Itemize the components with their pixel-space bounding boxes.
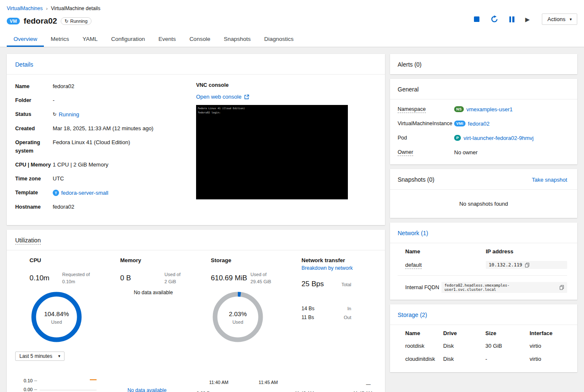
snapshots-card-title: Snapshots (0) xyxy=(398,176,434,183)
memory-title: Memory xyxy=(120,257,186,263)
vm-status-badge[interactable]: ↻ Running xyxy=(61,17,91,25)
right-column: Alerts (0) General Namespace NS vmexampl… xyxy=(390,54,577,372)
storage-donut-chart: 2.03% Used xyxy=(211,290,264,345)
storage-sparkline-chart: 11:40 AM 11:45 AM 0.00 B xyxy=(196,380,279,392)
network-table: Name IP address default 10.132.2.119 xyxy=(390,243,577,300)
general-row-vmi: VirtualMachineInstance VMI fedora02 xyxy=(398,120,567,127)
copy-icon xyxy=(560,285,564,290)
disk-interface: virtio xyxy=(530,343,567,349)
copy-ip-button[interactable] xyxy=(525,263,530,268)
disk-name: cloudinitdisk xyxy=(405,356,443,362)
network-out-label: Out xyxy=(344,315,351,320)
copy-fqdn-button[interactable] xyxy=(560,285,564,290)
template-link[interactable]: T fedora-server-small xyxy=(53,189,108,197)
tab-overview[interactable]: Overview xyxy=(7,32,44,47)
detail-label: Name xyxy=(15,82,53,91)
namespace-link[interactable]: vmexamples-user1 xyxy=(466,106,513,113)
sync-icon: ↻ xyxy=(53,112,57,117)
vmi-link[interactable]: fedora02 xyxy=(468,121,490,127)
caret-down-icon: ▾ xyxy=(570,17,572,21)
disk-drive: Disk xyxy=(443,343,485,349)
external-link-icon xyxy=(244,94,249,99)
breakdown-by-network-link[interactable]: Breakdown by network xyxy=(301,265,353,271)
pause-vm-button[interactable] xyxy=(504,14,520,24)
breadcrumb-current: VirtualMachine details xyxy=(51,5,100,11)
play-vm-button[interactable]: ▶ xyxy=(520,14,536,24)
network-chart-xend: 11:45 AM xyxy=(353,391,372,392)
open-web-console-link[interactable]: Open web console xyxy=(196,94,249,100)
restart-vm-button[interactable] xyxy=(485,14,504,24)
tab-events[interactable]: Events xyxy=(152,32,183,47)
detail-row-template: Template T fedora-server-small xyxy=(15,188,196,197)
storage-chart-xend: 11:45 AM xyxy=(258,380,278,385)
general-card-title: General xyxy=(398,86,419,93)
details-card: Details Name fedora02 Folder - Status xyxy=(7,54,385,225)
console-text-line: Fedora Linux 41 (Cloud Edition) xyxy=(198,106,346,110)
tab-metrics[interactable]: Metrics xyxy=(44,32,76,47)
disk-name: rootdisk xyxy=(405,343,443,349)
alerts-card: Alerts (0) xyxy=(390,54,577,74)
network-col-ip: IP address xyxy=(486,248,567,255)
details-card-title-link[interactable]: Details xyxy=(15,61,33,68)
disk-size: - xyxy=(485,356,530,362)
vm-status-link[interactable]: ↻ Running xyxy=(53,110,79,119)
storage-value: 610.69 MiB xyxy=(211,274,247,282)
restart-icon xyxy=(490,15,498,23)
detail-label: Time zone xyxy=(15,175,53,183)
vmi-kind-badge: VMI xyxy=(454,121,466,126)
page-masthead: VirtualMachines › VirtualMachine details… xyxy=(0,0,584,32)
general-row-owner: Owner No owner xyxy=(398,148,567,156)
network-name-value[interactable]: default xyxy=(405,262,422,269)
storage-chart-xstart: 11:40 AM xyxy=(209,380,229,385)
detail-row-name: Name fedora02 xyxy=(15,82,196,91)
tab-snapshots[interactable]: Snapshots xyxy=(217,32,258,47)
details-body: Name fedora02 Folder - Status ↻ Running xyxy=(7,75,385,225)
snapshots-empty-state: No snapshots found xyxy=(390,190,577,218)
tab-console[interactable]: Console xyxy=(183,32,217,47)
pod-kind-badge: P xyxy=(454,135,461,141)
stop-vm-button[interactable] xyxy=(468,14,485,24)
detail-value: UTC xyxy=(53,175,64,183)
owner-value: No owner xyxy=(454,149,478,156)
network-card-title-link[interactable]: Network (1) xyxy=(398,230,428,236)
vm-kind-badge: VM xyxy=(7,18,20,24)
storage-title: Storage xyxy=(211,257,277,263)
memory-used-of: Used of 2 GiB xyxy=(164,271,186,285)
storage-donut-percent: 2.03% xyxy=(229,310,247,317)
alerts-card-title[interactable]: Alerts (0) xyxy=(398,61,422,68)
storage-card-title-link[interactable]: Storage (2) xyxy=(398,311,427,318)
vnc-console-title: VNC console xyxy=(196,82,348,88)
owner-label[interactable]: Owner xyxy=(398,149,413,156)
vnc-console-preview[interactable]: Fedora Linux 41 (Cloud Edition) fedora02… xyxy=(196,105,348,199)
detail-label: Hostname xyxy=(15,203,53,211)
detail-row-timezone: Time zone UTC xyxy=(15,175,196,183)
network-chart-xstart: 11:40 AM xyxy=(295,391,314,392)
storage-utilization-column: Storage 610.69 MiB Used of 29.45 GiB xyxy=(196,257,287,392)
tab-yaml[interactable]: YAML xyxy=(76,32,105,47)
storage-table: Name Drive Size Interface rootdisk Disk … xyxy=(390,325,577,372)
network-transfer-title: Network transfer xyxy=(301,257,371,263)
namespace-label[interactable]: Namespace xyxy=(398,106,426,113)
tab-configuration[interactable]: Configuration xyxy=(105,32,152,47)
detail-row-cpu-memory: CPU | Memory 1 CPU | 2 GiB Memory xyxy=(15,161,196,169)
storage-row-rootdisk: rootdisk Disk 30 GiB virtio xyxy=(405,343,567,349)
storage-row-cloudinitdisk: cloudinitdisk Disk - virtio xyxy=(405,356,567,362)
time-range-dropdown[interactable]: Last 5 minutes ▾ xyxy=(15,352,65,361)
pod-link[interactable]: virt-launcher-fedora02-9hmvj xyxy=(463,135,533,141)
breadcrumb-virtualmachines-link[interactable]: VirtualMachines xyxy=(7,5,43,11)
utilization-card-title[interactable]: Utilization xyxy=(15,237,41,244)
tab-diagnostics[interactable]: Diagnostics xyxy=(257,32,300,47)
copy-icon xyxy=(525,263,530,268)
detail-value: Fedora Linux 41 (Cloud Edition) xyxy=(53,138,130,155)
take-snapshot-link[interactable]: Take snapshot xyxy=(532,177,567,183)
detail-value: - xyxy=(53,96,54,105)
detail-row-os: Operating system Fedora Linux 41 (Cloud … xyxy=(15,138,196,155)
vm-details-tabs: Overview Metrics YAML Configuration Even… xyxy=(0,32,584,47)
storage-col-interface: Interface xyxy=(530,330,567,336)
network-card: Network (1) Name IP address default 10.1… xyxy=(390,223,577,300)
time-range-label: Last 5 minutes xyxy=(19,353,52,359)
namespace-kind-badge: NS xyxy=(454,106,464,112)
storage-chart-ylabel: 0.00 B xyxy=(196,391,210,392)
page-title: fedora02 xyxy=(24,16,57,26)
actions-dropdown[interactable]: Actions ▾ xyxy=(542,13,577,25)
